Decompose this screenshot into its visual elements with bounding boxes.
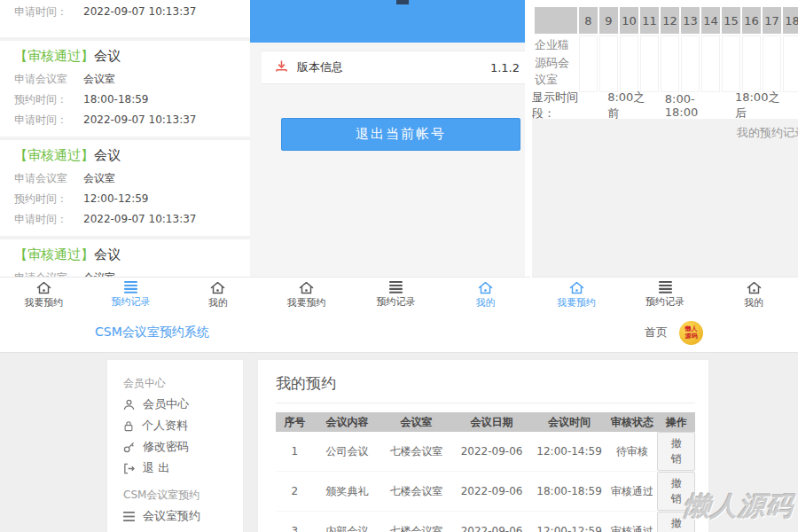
- table-cell-no: 1: [276, 432, 314, 472]
- record-row-value: 会议室: [83, 72, 115, 86]
- hour-header-cell[interactable]: 15: [722, 7, 740, 34]
- my-reservations-panel: 我的预约 序号会议内容会议室会议日期会议时间审核状态操作 1公司会议七楼会议室2…: [257, 359, 709, 532]
- table-cell-status: 审核通过: [607, 472, 658, 512]
- record-card-title: 【审核通过】会议: [14, 145, 236, 165]
- sidebar-item-lock[interactable]: 个人资料: [123, 419, 243, 433]
- record-card-title: 【审核通过】会议: [14, 245, 236, 264]
- hour-header-cell[interactable]: 13: [681, 7, 700, 34]
- table-cell-content: 内部会议: [314, 512, 381, 532]
- time-slot-cell[interactable]: [661, 35, 679, 92]
- tab-book[interactable]: 我要预约: [262, 278, 351, 312]
- record-card[interactable]: 【审核通过】会议申请会议室会议室预约时间：18:00-18:59申请时间：202…: [0, 41, 250, 137]
- time-slot-cell[interactable]: [579, 35, 598, 92]
- time-slot-cell[interactable]: [640, 35, 659, 92]
- revoke-button[interactable]: 撤销: [657, 432, 695, 471]
- phone-records-screen: 申请时间：2022-09-07 10:13:37【审核通过】会议申请会议室会议室…: [0, 0, 262, 312]
- hour-header-cell[interactable]: 14: [701, 7, 720, 34]
- record-row-label: 预约时间：: [14, 92, 83, 106]
- record-row: 申请会议室会议室: [14, 72, 236, 86]
- time-slot-cell[interactable]: [763, 35, 781, 92]
- nav-home-link[interactable]: 首页: [645, 325, 668, 340]
- tab-me[interactable]: 我的: [709, 278, 798, 312]
- table-row: 3内部会议七楼会议室2022-09-0612:00-12:59审核通过撤销: [276, 512, 695, 532]
- hour-header-cell[interactable]: 11: [640, 7, 659, 34]
- site-logo[interactable]: CSM会议室预约系统: [95, 325, 209, 340]
- record-row-label: 预约时间：: [14, 192, 83, 206]
- record-card[interactable]: 【审核通过】会议申请会议室会议室: [0, 239, 250, 277]
- hour-header-cell[interactable]: 17: [763, 7, 781, 34]
- hour-header-cell[interactable]: 18: [783, 7, 798, 34]
- hour-header-cell[interactable]: 10: [620, 7, 638, 34]
- hour-header-cell[interactable]: 9: [599, 7, 618, 34]
- time-slot-cell[interactable]: [742, 35, 761, 92]
- table-header-cell: 会议时间: [532, 412, 607, 432]
- sidebar-item-logout[interactable]: 退 出: [123, 461, 243, 475]
- tab-label: 预约记录: [111, 295, 150, 309]
- table-header-cell: 会议内容: [314, 412, 381, 432]
- account-screen-body: 版本信息 1.1.2 退出当前帐号: [262, 0, 525, 277]
- phone-screens-row: 申请时间：2022-09-07 10:13:37【审核通过】会议申请会议室会议室…: [0, 0, 798, 312]
- tab-me[interactable]: 我的: [441, 278, 530, 312]
- record-card[interactable]: 【审核通过】会议申请会议室会议室预约时间：12:00-12:59申请时间：202…: [0, 140, 250, 236]
- record-row: 申请会议室会议室: [14, 270, 236, 277]
- table-header-cell: 会议日期: [452, 412, 532, 432]
- hour-header-row: 89101112131415161718: [535, 7, 798, 34]
- legend-before: 8:00之前: [607, 90, 652, 121]
- tab-records[interactable]: 预约记录: [621, 278, 709, 312]
- time-slot-cell[interactable]: [722, 35, 740, 92]
- logout-button[interactable]: 退出当前帐号: [281, 118, 520, 151]
- record-row: 申请会议室会议室: [14, 171, 236, 185]
- home-icon: [299, 281, 314, 294]
- sidebar-item-label: 会议室预约: [143, 508, 200, 524]
- time-slot-cell[interactable]: [599, 35, 618, 92]
- tab-records[interactable]: 预约记录: [87, 278, 174, 312]
- tab-label: 预约记录: [377, 295, 416, 309]
- tab-book[interactable]: 我要预约: [0, 278, 87, 312]
- member-center-page: 会员中心会员中心个人资料修改密码退 出CSM会议室预约会议室预约 我的预约 序号…: [0, 353, 798, 532]
- table-cell-status: 待审核: [607, 432, 658, 472]
- tab-label: 我要预约: [287, 296, 326, 309]
- version-value: 1.1.2: [490, 61, 520, 74]
- booking-hour-grid: 89101112131415161718 企业猫源码会议室: [532, 0, 798, 92]
- title-divider: [276, 403, 695, 403]
- hour-header-cell[interactable]: 12: [661, 7, 679, 34]
- sidebar-item-user[interactable]: 会员中心: [123, 397, 243, 411]
- user-avatar[interactable]: 懒人源码: [679, 321, 703, 345]
- key-icon: [123, 442, 135, 453]
- phone-booking-screen: 89101112131415161718 企业猫源码会议室 显示时间段： 8:0…: [530, 0, 798, 312]
- tab-label: 我要预约: [557, 296, 596, 309]
- tab-records[interactable]: 预约记录: [351, 278, 441, 312]
- tab-me[interactable]: 我的: [175, 278, 262, 312]
- record-row: 预约时间：18:00-18:59: [14, 92, 236, 106]
- home-icon: [36, 281, 51, 294]
- sidebar-item-label: 会员中心: [143, 396, 189, 412]
- record-title-text: 会议: [94, 147, 121, 163]
- sidebar-item-label: 退 出: [143, 460, 169, 476]
- time-slot-cell[interactable]: [783, 35, 798, 92]
- tab-book[interactable]: 我要预约: [532, 278, 621, 312]
- hour-header-cell[interactable]: 16: [742, 7, 761, 34]
- sidebar-item-label: 个人资料: [142, 418, 188, 434]
- table-cell-date: 2022-09-06: [452, 432, 532, 472]
- approval-status-badge: 【审核通过】: [14, 48, 94, 64]
- watermark: 懒人源码: [682, 489, 795, 525]
- hour-header-cell[interactable]: 8: [579, 7, 598, 34]
- avatar-text: 懒人源码: [685, 325, 699, 340]
- user-icon: [123, 399, 135, 411]
- sidebar-item-list[interactable]: 会议室预约: [123, 509, 243, 523]
- record-card-partial[interactable]: 申请时间：2022-09-07 10:13:37: [0, 0, 250, 37]
- home-icon: [569, 281, 584, 294]
- version-info-row[interactable]: 版本信息 1.1.2: [262, 51, 525, 84]
- time-slot-cell[interactable]: [681, 35, 700, 92]
- table-cell-room: 七楼会议室: [380, 472, 451, 512]
- tab-label: 我的: [476, 296, 496, 309]
- sidebar-item-key[interactable]: 修改密码: [123, 440, 243, 454]
- table-cell-no: 2: [276, 472, 314, 512]
- time-slot-cell[interactable]: [701, 35, 720, 92]
- time-slot-cell[interactable]: [620, 35, 638, 92]
- tabbar-booking-screen: 我要预约预约记录我的: [532, 277, 798, 312]
- phone-account-screen: 版本信息 1.1.2 退出当前帐号 我要预约预约记录我的: [262, 0, 530, 312]
- record-row-label: 申请会议室: [14, 270, 83, 277]
- my-reservation-records-link[interactable]: 我的预约记录: [532, 125, 798, 141]
- hamburger-icon: [658, 281, 673, 293]
